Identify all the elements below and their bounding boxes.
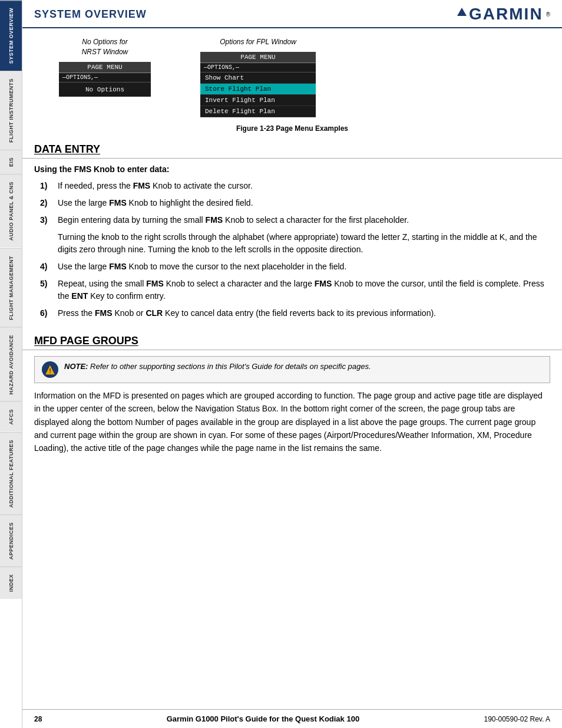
step-text: Use the large FMS Knob to highlight the … bbox=[58, 197, 550, 209]
sidebar-item-appendices[interactable]: APPENDICES bbox=[0, 515, 22, 567]
nrst-options-label: —OPTIONS,— bbox=[59, 73, 151, 83]
data-entry-steps: 1) If needed, press the FMS Knob to acti… bbox=[34, 180, 550, 319]
sidebar-item-flight-management[interactable]: FLIGHT MANAGEMENT bbox=[0, 248, 22, 327]
footer-part-num: 190-00590-02 Rev. A bbox=[484, 715, 550, 723]
fpl-options-label: —OPTIONS,— bbox=[200, 63, 316, 73]
mfd-body-content: Information on the MFD is presented on p… bbox=[22, 389, 562, 461]
step-num: 4) bbox=[40, 261, 52, 273]
nrst-figure: No Options forNRST Window PAGE MENU —OPT… bbox=[58, 37, 152, 98]
sidebar: SYSTEM OVERVIEW FLIGHT INSTRUMENTS EIS A… bbox=[0, 0, 22, 728]
sidebar-item-additional-features[interactable]: ADDITIONAL FEATURES bbox=[0, 432, 22, 515]
step-num: 6) bbox=[40, 307, 52, 319]
sidebar-item-flight-instruments[interactable]: FLIGHT INSTRUMENTS bbox=[0, 71, 22, 150]
list-item: 4) Use the large FMS Knob to move the cu… bbox=[40, 261, 550, 273]
mfd-section-title: MFD PAGE GROUPS bbox=[34, 335, 138, 347]
mfd-section-header: MFD PAGE GROUPS bbox=[22, 330, 562, 350]
page-footer: 28 Garmin G1000 Pilot's Guide for the Qu… bbox=[22, 709, 562, 728]
step-num: 1) bbox=[40, 180, 52, 192]
data-entry-title: DATA ENTRY bbox=[34, 143, 100, 155]
garmin-registered: ® bbox=[546, 11, 550, 18]
list-item: 1) If needed, press the FMS Knob to acti… bbox=[40, 180, 550, 192]
sidebar-item-index[interactable]: INDEX bbox=[0, 566, 22, 599]
sidebar-item-hazard-avoidance[interactable]: HAZARD AVOIDANCE bbox=[0, 327, 22, 402]
nrst-page-menu: PAGE MENU —OPTIONS,— No Options bbox=[58, 61, 152, 98]
note-box: ! NOTE: Refer to other supporting sectio… bbox=[34, 356, 550, 383]
step-num: 3) bbox=[40, 214, 52, 226]
step-text: Repeat, using the small FMS Knob to sele… bbox=[58, 278, 550, 302]
main-content: SYSTEM OVERVIEW GARMIN ® No Options forN… bbox=[22, 0, 562, 461]
fpl-menu-item-invert-flight-plan: Invert Flight Plan bbox=[200, 95, 316, 106]
fpl-label: Options for FPL Window bbox=[220, 37, 296, 47]
list-item: 2) Use the large FMS Knob to highlight t… bbox=[40, 197, 550, 209]
garmin-triangle-icon bbox=[457, 8, 467, 16]
sidebar-item-eis[interactable]: EIS bbox=[0, 150, 22, 174]
page-title: SYSTEM OVERVIEW bbox=[34, 8, 147, 21]
garmin-logo: GARMIN ® bbox=[457, 5, 550, 24]
footer-doc-title: Garmin G1000 Pilot's Guide for the Quest… bbox=[167, 714, 359, 723]
sidebar-item-system-overview[interactable]: SYSTEM OVERVIEW bbox=[0, 0, 22, 71]
figure-caption: Figure 1-23 Page Menu Examples bbox=[22, 124, 562, 139]
fpl-menu-item-delete-flight-plan: Delete Flight Plan bbox=[200, 106, 316, 117]
fpl-menu-item-store-flight-plan: Store Flight Plan bbox=[200, 84, 316, 95]
step-num: 5) bbox=[40, 278, 52, 302]
step-text: If needed, press the FMS Knob to activat… bbox=[58, 180, 550, 192]
note-text: NOTE: Refer to other supporting sections… bbox=[64, 361, 371, 372]
step-text: Press the FMS Knob or CLR Key to cancel … bbox=[58, 307, 550, 319]
step-indent-para: Turning the knob to the right scrolls th… bbox=[58, 231, 550, 256]
list-item: 3) Begin entering data by turning the sm… bbox=[40, 214, 550, 226]
garmin-wordmark: GARMIN bbox=[469, 5, 543, 24]
nrst-label: No Options forNRST Window bbox=[82, 37, 128, 57]
note-warning-icon: ! bbox=[42, 361, 58, 378]
list-item: 6) Press the FMS Knob or CLR Key to canc… bbox=[40, 307, 550, 319]
step-text: Begin entering data by turning the small… bbox=[58, 214, 550, 226]
sidebar-item-afcs[interactable]: AFCS bbox=[0, 401, 22, 432]
fpl-page-menu: PAGE MENU —OPTIONS,— Show Chart Store Fl… bbox=[199, 51, 317, 118]
data-entry-subsection: Using the FMS Knob to enter data: bbox=[34, 164, 550, 174]
footer-page-num: 28 bbox=[34, 715, 42, 723]
data-entry-content: Using the FMS Knob to enter data: 1) If … bbox=[22, 164, 562, 330]
page-header: SYSTEM OVERVIEW GARMIN ® bbox=[22, 0, 562, 28]
fpl-menu-header: PAGE MENU bbox=[200, 52, 316, 63]
sidebar-item-audio-panel-cns[interactable]: AUDIO PANEL & CNS bbox=[0, 174, 22, 248]
figure-section: No Options forNRST Window PAGE MENU —OPT… bbox=[22, 28, 562, 121]
nrst-no-options: No Options bbox=[59, 83, 151, 97]
data-entry-section-header: DATA ENTRY bbox=[22, 139, 562, 159]
step-num: 2) bbox=[40, 197, 52, 209]
mfd-body-text: Information on the MFD is presented on p… bbox=[34, 389, 550, 455]
list-item: 5) Repeat, using the small FMS Knob to s… bbox=[40, 278, 550, 302]
svg-text:!: ! bbox=[49, 367, 51, 374]
nrst-menu-header: PAGE MENU bbox=[59, 62, 151, 73]
fpl-menu-item-show-chart: Show Chart bbox=[200, 73, 316, 84]
fpl-figure: Options for FPL Window PAGE MENU —OPTION… bbox=[199, 37, 317, 118]
step-text: Use the large FMS Knob to move the curso… bbox=[58, 261, 550, 273]
